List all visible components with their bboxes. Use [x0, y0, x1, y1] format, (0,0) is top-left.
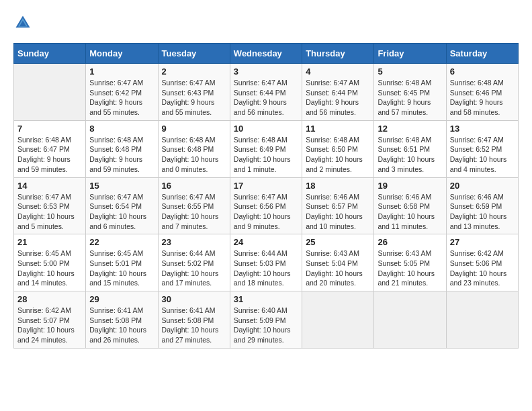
day-info: Sunrise: 6:43 AMSunset: 5:04 PMDaylight:… — [306, 248, 370, 288]
day-number: 31 — [234, 294, 298, 304]
day-info: Sunrise: 6:48 AMSunset: 6:48 PMDaylight:… — [89, 135, 154, 175]
day-info: Sunrise: 6:47 AMSunset: 6:44 PMDaylight:… — [306, 78, 370, 118]
day-info: Sunrise: 6:41 AMSunset: 5:08 PMDaylight:… — [162, 306, 226, 345]
day-info: Sunrise: 6:47 AMSunset: 6:56 PMDaylight:… — [234, 192, 298, 232]
weekday-header-thursday: Thursday — [302, 44, 374, 64]
day-info: Sunrise: 6:42 AMSunset: 5:07 PMDaylight:… — [17, 306, 82, 345]
calendar-cell: 17Sunrise: 6:47 AMSunset: 6:56 PMDayligh… — [230, 177, 302, 234]
day-number: 6 — [450, 66, 515, 77]
day-info: Sunrise: 6:40 AMSunset: 5:09 PMDaylight:… — [234, 306, 298, 345]
day-info: Sunrise: 6:47 AMSunset: 6:53 PMDaylight:… — [17, 192, 82, 232]
day-number: 18 — [306, 181, 370, 191]
weekday-header-friday: Friday — [374, 44, 446, 64]
logo-icon — [13, 13, 32, 32]
day-number: 26 — [378, 237, 442, 247]
weekday-header-tuesday: Tuesday — [158, 44, 230, 64]
day-number: 1 — [89, 66, 154, 77]
day-number: 16 — [162, 181, 226, 191]
day-number: 30 — [162, 294, 226, 304]
calendar-cell: 3Sunrise: 6:47 AMSunset: 6:44 PMDaylight… — [230, 64, 302, 121]
day-number: 19 — [378, 181, 442, 191]
day-number: 17 — [234, 181, 298, 191]
day-info: Sunrise: 6:44 AMSunset: 5:03 PMDaylight:… — [234, 248, 298, 288]
calendar-table: SundayMondayTuesdayWednesdayThursdayFrid… — [13, 43, 519, 349]
weekday-header-wednesday: Wednesday — [230, 44, 302, 64]
day-number: 22 — [89, 237, 154, 247]
logo — [13, 13, 35, 32]
day-info: Sunrise: 6:41 AMSunset: 5:08 PMDaylight:… — [89, 306, 154, 345]
day-number: 27 — [450, 237, 515, 247]
day-number: 23 — [162, 237, 226, 247]
day-info: Sunrise: 6:46 AMSunset: 6:58 PMDaylight:… — [378, 192, 442, 232]
calendar-cell: 13Sunrise: 6:47 AMSunset: 6:52 PMDayligh… — [446, 120, 518, 177]
calendar-cell: 30Sunrise: 6:41 AMSunset: 5:08 PMDayligh… — [158, 291, 230, 349]
calendar-cell: 25Sunrise: 6:43 AMSunset: 5:04 PMDayligh… — [302, 234, 374, 291]
day-number: 9 — [162, 124, 226, 134]
day-number: 24 — [234, 237, 298, 247]
calendar-cell: 8Sunrise: 6:48 AMSunset: 6:48 PMDaylight… — [86, 120, 158, 177]
calendar-cell — [374, 291, 446, 349]
day-info: Sunrise: 6:44 AMSunset: 5:02 PMDaylight:… — [162, 248, 226, 288]
calendar-cell: 1Sunrise: 6:47 AMSunset: 6:42 PMDaylight… — [86, 64, 158, 121]
day-info: Sunrise: 6:48 AMSunset: 6:51 PMDaylight:… — [378, 135, 442, 175]
calendar-cell: 7Sunrise: 6:48 AMSunset: 6:47 PMDaylight… — [14, 120, 86, 177]
weekday-header-monday: Monday — [86, 44, 158, 64]
calendar-cell: 16Sunrise: 6:47 AMSunset: 6:55 PMDayligh… — [158, 177, 230, 234]
day-info: Sunrise: 6:47 AMSunset: 6:55 PMDaylight:… — [162, 192, 226, 232]
day-info: Sunrise: 6:47 AMSunset: 6:52 PMDaylight:… — [450, 135, 515, 175]
day-number: 7 — [17, 124, 82, 134]
day-info: Sunrise: 6:43 AMSunset: 5:05 PMDaylight:… — [378, 248, 442, 288]
calendar-cell: 26Sunrise: 6:43 AMSunset: 5:05 PMDayligh… — [374, 234, 446, 291]
day-info: Sunrise: 6:48 AMSunset: 6:45 PMDaylight:… — [378, 78, 442, 118]
calendar-cell: 22Sunrise: 6:45 AMSunset: 5:01 PMDayligh… — [86, 234, 158, 291]
calendar-cell: 15Sunrise: 6:47 AMSunset: 6:54 PMDayligh… — [86, 177, 158, 234]
calendar-cell: 5Sunrise: 6:48 AMSunset: 6:45 PMDaylight… — [374, 64, 446, 121]
calendar-cell: 10Sunrise: 6:48 AMSunset: 6:49 PMDayligh… — [230, 120, 302, 177]
day-info: Sunrise: 6:48 AMSunset: 6:48 PMDaylight:… — [162, 135, 226, 175]
calendar-cell: 29Sunrise: 6:41 AMSunset: 5:08 PMDayligh… — [86, 291, 158, 349]
calendar-cell: 24Sunrise: 6:44 AMSunset: 5:03 PMDayligh… — [230, 234, 302, 291]
calendar-cell: 4Sunrise: 6:47 AMSunset: 6:44 PMDaylight… — [302, 64, 374, 121]
calendar-cell: 27Sunrise: 6:42 AMSunset: 5:06 PMDayligh… — [446, 234, 518, 291]
day-info: Sunrise: 6:47 AMSunset: 6:44 PMDaylight:… — [234, 78, 298, 118]
day-number: 10 — [234, 124, 298, 134]
day-number: 14 — [17, 181, 82, 191]
calendar-cell: 31Sunrise: 6:40 AMSunset: 5:09 PMDayligh… — [230, 291, 302, 349]
calendar-cell: 11Sunrise: 6:48 AMSunset: 6:50 PMDayligh… — [302, 120, 374, 177]
day-info: Sunrise: 6:46 AMSunset: 6:57 PMDaylight:… — [306, 192, 370, 232]
day-number: 8 — [89, 124, 154, 134]
page-header — [13, 13, 519, 32]
day-number: 15 — [89, 181, 154, 191]
day-info: Sunrise: 6:45 AMSunset: 5:00 PMDaylight:… — [17, 248, 82, 288]
calendar-cell: 18Sunrise: 6:46 AMSunset: 6:57 PMDayligh… — [302, 177, 374, 234]
day-info: Sunrise: 6:47 AMSunset: 6:42 PMDaylight:… — [89, 78, 154, 118]
calendar-cell: 14Sunrise: 6:47 AMSunset: 6:53 PMDayligh… — [14, 177, 86, 234]
day-number: 25 — [306, 237, 370, 247]
day-number: 20 — [450, 181, 515, 191]
calendar-cell — [446, 291, 518, 349]
day-info: Sunrise: 6:47 AMSunset: 6:43 PMDaylight:… — [162, 78, 226, 118]
calendar-cell: 12Sunrise: 6:48 AMSunset: 6:51 PMDayligh… — [374, 120, 446, 177]
day-info: Sunrise: 6:48 AMSunset: 6:47 PMDaylight:… — [17, 135, 82, 175]
calendar-cell: 21Sunrise: 6:45 AMSunset: 5:00 PMDayligh… — [14, 234, 86, 291]
day-info: Sunrise: 6:46 AMSunset: 6:59 PMDaylight:… — [450, 192, 515, 232]
day-number: 4 — [306, 66, 370, 77]
day-info: Sunrise: 6:48 AMSunset: 6:50 PMDaylight:… — [306, 135, 370, 175]
day-number: 21 — [17, 237, 82, 247]
day-info: Sunrise: 6:42 AMSunset: 5:06 PMDaylight:… — [450, 248, 515, 288]
weekday-header-saturday: Saturday — [446, 44, 518, 64]
calendar-cell: 23Sunrise: 6:44 AMSunset: 5:02 PMDayligh… — [158, 234, 230, 291]
day-number: 11 — [306, 124, 370, 134]
calendar-cell — [14, 64, 86, 121]
calendar-cell — [302, 291, 374, 349]
calendar-cell: 28Sunrise: 6:42 AMSunset: 5:07 PMDayligh… — [14, 291, 86, 349]
day-number: 13 — [450, 124, 515, 134]
calendar-cell: 6Sunrise: 6:48 AMSunset: 6:46 PMDaylight… — [446, 64, 518, 121]
day-info: Sunrise: 6:48 AMSunset: 6:46 PMDaylight:… — [450, 78, 515, 118]
day-info: Sunrise: 6:45 AMSunset: 5:01 PMDaylight:… — [89, 248, 154, 288]
calendar-cell: 9Sunrise: 6:48 AMSunset: 6:48 PMDaylight… — [158, 120, 230, 177]
day-number: 2 — [162, 66, 226, 77]
calendar-cell: 2Sunrise: 6:47 AMSunset: 6:43 PMDaylight… — [158, 64, 230, 121]
calendar-cell: 20Sunrise: 6:46 AMSunset: 6:59 PMDayligh… — [446, 177, 518, 234]
day-info: Sunrise: 6:48 AMSunset: 6:49 PMDaylight:… — [234, 135, 298, 175]
